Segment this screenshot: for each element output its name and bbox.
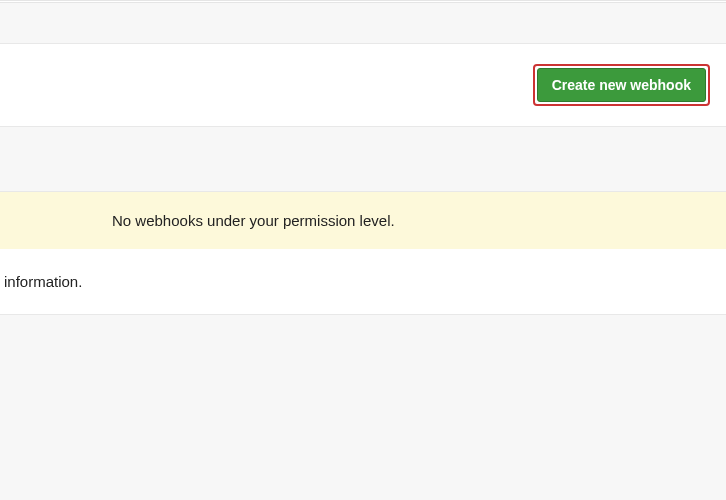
content-panel: No webhooks under your permission level.… bbox=[0, 191, 726, 315]
info-text-fragment: information. bbox=[4, 273, 726, 290]
header-panel: Create new webhook bbox=[0, 43, 726, 127]
empty-state-message: No webhooks under your permission level. bbox=[112, 212, 726, 229]
create-new-webhook-button[interactable]: Create new webhook bbox=[537, 68, 706, 102]
create-button-highlight: Create new webhook bbox=[533, 64, 710, 106]
spacer bbox=[0, 3, 726, 43]
empty-state-banner: No webhooks under your permission level. bbox=[0, 192, 726, 249]
